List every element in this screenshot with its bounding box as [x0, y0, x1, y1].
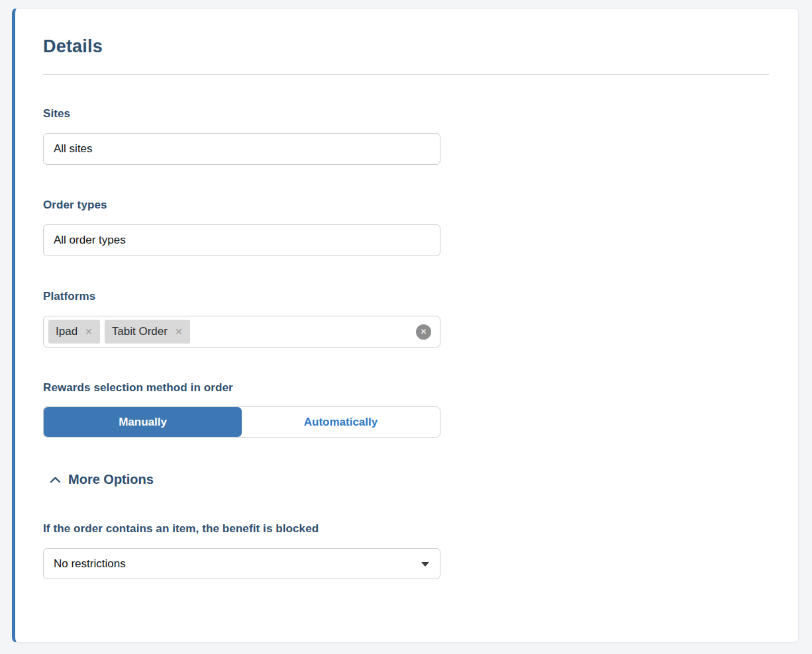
caret-down-icon	[421, 562, 429, 567]
platform-tag[interactable]: Ipad ✕	[48, 320, 100, 344]
item-blocked-selected-value: No restrictions	[54, 557, 126, 571]
chevron-up-icon	[50, 477, 61, 483]
platforms-field-group: Platforms Ipad ✕ Tabit Order ✕ ✕	[43, 290, 440, 348]
order-types-field-group: Order types	[43, 199, 440, 256]
item-blocked-label: If the order contains an item, the benef…	[43, 522, 440, 535]
rewards-method-label: Rewards selection method in order	[43, 381, 440, 394]
sites-label: Sites	[43, 107, 440, 120]
details-panel-content: Details Sites Order types Platforms Ipad…	[15, 9, 798, 579]
item-blocked-select[interactable]: No restrictions	[43, 548, 440, 579]
rewards-method-field-group: Rewards selection method in order Manual…	[43, 381, 440, 438]
platform-tag-label: Tabit Order	[112, 325, 168, 338]
toggle-option-automatically[interactable]: Automatically	[242, 407, 440, 437]
more-options-label: More Options	[68, 472, 154, 487]
details-panel: Details Sites Order types Platforms Ipad…	[12, 8, 799, 643]
toggle-option-manually[interactable]: Manually	[44, 407, 242, 437]
title-divider	[43, 74, 769, 75]
more-options-toggle[interactable]: More Options	[50, 472, 154, 487]
rewards-method-toggle: Manually Automatically	[43, 406, 440, 438]
order-types-input[interactable]	[43, 224, 440, 256]
remove-tag-icon[interactable]: ✕	[175, 327, 183, 336]
page-title: Details	[43, 36, 769, 57]
platform-tag[interactable]: Tabit Order ✕	[105, 320, 190, 344]
sites-field-group: Sites	[43, 107, 440, 165]
remove-tag-icon[interactable]: ✕	[85, 327, 93, 336]
platform-tag-label: Ipad	[56, 325, 77, 338]
clear-all-icon[interactable]: ✕	[416, 324, 431, 340]
sites-input[interactable]	[43, 133, 440, 165]
platforms-label: Platforms	[43, 290, 440, 303]
platforms-input[interactable]: Ipad ✕ Tabit Order ✕ ✕	[43, 316, 440, 348]
item-blocked-field-group: If the order contains an item, the benef…	[43, 522, 440, 579]
order-types-label: Order types	[43, 199, 440, 211]
